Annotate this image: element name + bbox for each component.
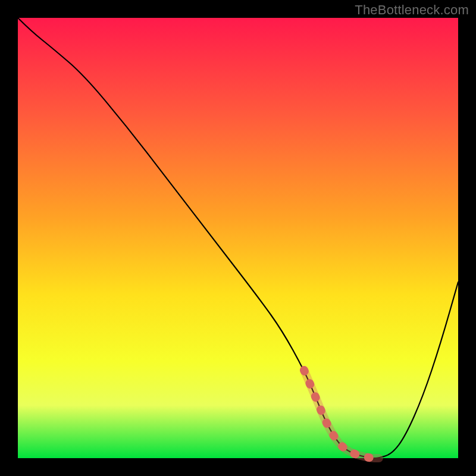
watermark-text: TheBottleneck.com [355,2,469,18]
curve-svg [18,18,458,458]
plot-gradient-background [18,18,458,458]
optimal-range-marker [304,370,379,458]
bottleneck-curve [18,18,458,458]
chart-frame: TheBottleneck.com [0,0,476,476]
